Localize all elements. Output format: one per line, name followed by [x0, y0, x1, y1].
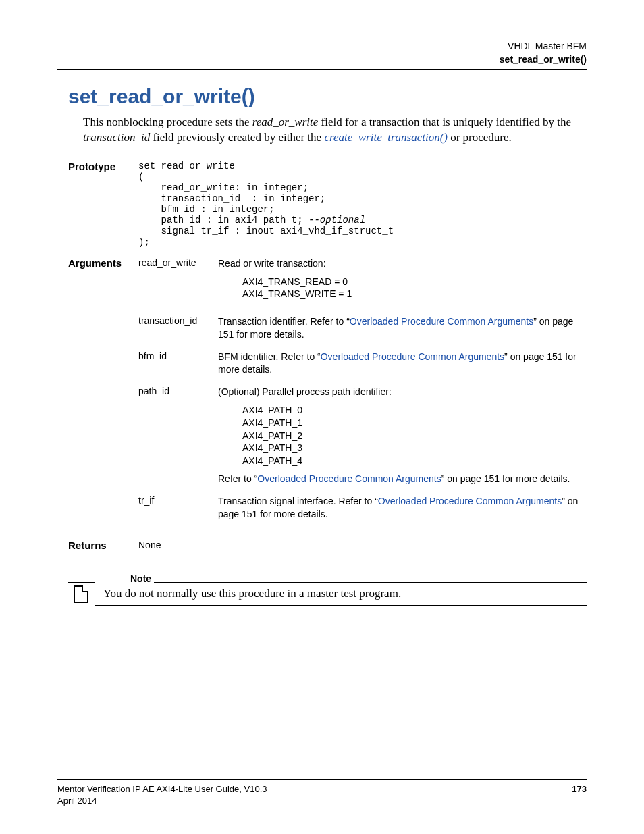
header-breadcrumb: VHDL Master BFM [57, 41, 587, 51]
intro-italic-1: read_or_write [252, 115, 319, 128]
arg-tr-if: tr_if Transaction signal interface. Refe… [138, 495, 587, 530]
code-line-2: ( [138, 172, 144, 182]
header-divider [57, 69, 587, 70]
arg-path-id: path_id (Optional) Parallel process path… [138, 386, 587, 495]
note-label: Note [95, 573, 154, 584]
returns-value-text: None [138, 540, 161, 550]
code-line-5: bfm_id : in integer; [138, 204, 275, 215]
code-line-3: read_or_write: in integer; [138, 182, 308, 193]
intro-text-3: field previously created by either the [150, 131, 324, 144]
overloaded-args-link-1[interactable]: Overloaded Procedure Common Arguments [350, 316, 533, 327]
footer-date: April 2014 [57, 796, 587, 806]
footer-divider [57, 779, 587, 780]
arg-name-transaction-id: transaction_id [138, 315, 218, 350]
intro-text-4: or procedure. [448, 131, 512, 144]
arguments-label: Arguments [57, 257, 138, 540]
arg-bfm-id: bfm_id BFM identifier. Refer to “Overloa… [138, 350, 587, 386]
footer-guide-name: Mentor Verification IP AE AXI4-Lite User… [57, 784, 267, 794]
axi4-path-4: AXI4_PATH_4 [242, 454, 587, 467]
returns-row: Returns None [57, 540, 587, 561]
arg-read-or-write: read_or_write Read or write transaction:… [138, 257, 587, 316]
note-rule-right [154, 582, 587, 583]
arguments-row: Arguments read_or_write Read or write tr… [57, 257, 587, 540]
path-ref-pre: Refer to “ [218, 473, 257, 484]
arg-desc-read-or-write: Read or write transaction: AXI4_TRANS_RE… [218, 257, 587, 316]
code-line-8: ); [138, 237, 150, 248]
arg-name-read-or-write: read_or_write [138, 257, 218, 316]
note-block: Note You do not normally use this proced… [68, 573, 587, 606]
prototype-label: Prototype [57, 161, 138, 257]
code-line-6a: path_id : in axi4_path_t; [138, 215, 308, 226]
arg-desc-bfm-id: BFM identifier. Refer to “Overloaded Pro… [218, 350, 587, 386]
create-write-transaction-link[interactable]: create_write_transaction() [324, 131, 448, 144]
code-line-6b-optional: --optional [308, 215, 365, 226]
trans-read-value: AXI4_TRANS_READ = 0 [242, 276, 587, 288]
path-id-ref: Refer to “Overloaded Procedure Common Ar… [218, 473, 587, 486]
intro-text-2: field for a transaction that is uniquely… [318, 115, 571, 128]
arg-desc-tr-if: Transaction signal interface. Refer to “… [218, 495, 587, 530]
arg-name-path-id: path_id [138, 386, 218, 495]
prototype-code-block: set_read_or_write ( read_or_write: in in… [138, 161, 587, 257]
arg-name-bfm-id: bfm_id [138, 350, 218, 386]
arg-row-desc-text: Read or write transaction: [218, 257, 587, 270]
code-line-1: set_read_or_write [138, 161, 235, 172]
bfm-id-pre: BFM identifier. Refer to “ [218, 351, 321, 362]
tr-if-pre: Transaction signal interface. Refer to “ [218, 496, 378, 506]
returns-value: None [138, 540, 587, 561]
path-id-desc-text: (Optional) Parallel process path identif… [218, 386, 587, 398]
definition-table: Prototype set_read_or_write ( read_or_wr… [57, 161, 587, 561]
note-rule-bottom [95, 605, 587, 606]
note-rule-left [68, 582, 95, 583]
axi4-path-2: AXI4_PATH_2 [242, 429, 587, 442]
overloaded-args-link-3[interactable]: Overloaded Procedure Common Arguments [257, 473, 441, 484]
page-title: set_read_or_write() [68, 85, 587, 108]
arg-desc-path-id: (Optional) Parallel process path identif… [218, 386, 587, 495]
footer-page-number: 173 [572, 784, 587, 794]
t-id-pre: Transaction identifier. Refer to “ [218, 316, 350, 327]
returns-label: Returns [57, 540, 138, 561]
arg-name-tr-if: tr_if [138, 495, 218, 530]
note-icon [74, 585, 88, 603]
header-page-name: set_read_or_write() [57, 54, 587, 65]
prototype-row: Prototype set_read_or_write ( read_or_wr… [57, 161, 587, 257]
page-footer: Mentor Verification IP AE AXI4-Lite User… [57, 779, 587, 806]
overloaded-args-link-2[interactable]: Overloaded Procedure Common Arguments [321, 351, 504, 362]
code-line-4: transaction_id : in integer; [138, 193, 325, 204]
path-ref-post: ” on page 151 for more details. [441, 473, 570, 484]
axi4-path-1: AXI4_PATH_1 [242, 417, 587, 429]
code-line-7: signal tr_if : inout axi4_vhd_if_struct_… [138, 226, 394, 236]
intro-paragraph: This nonblocking procedure sets the read… [83, 115, 587, 146]
trans-write-value: AXI4_TRANS_WRITE = 1 [242, 288, 587, 301]
axi4-path-0: AXI4_PATH_0 [242, 404, 587, 417]
overloaded-args-link-4[interactable]: Overloaded Procedure Common Arguments [378, 496, 562, 506]
arg-desc-transaction-id: Transaction identifier. Refer to “Overlo… [218, 315, 587, 350]
axi4-path-3: AXI4_PATH_3 [242, 442, 587, 454]
note-text: You do not normally use this procedure i… [103, 585, 401, 600]
intro-text-1: This nonblocking procedure sets the [83, 115, 252, 128]
intro-italic-2: transaction_id [83, 131, 150, 144]
arguments-body: read_or_write Read or write transaction:… [138, 257, 587, 540]
arg-transaction-id: transaction_id Transaction identifier. R… [138, 315, 587, 350]
